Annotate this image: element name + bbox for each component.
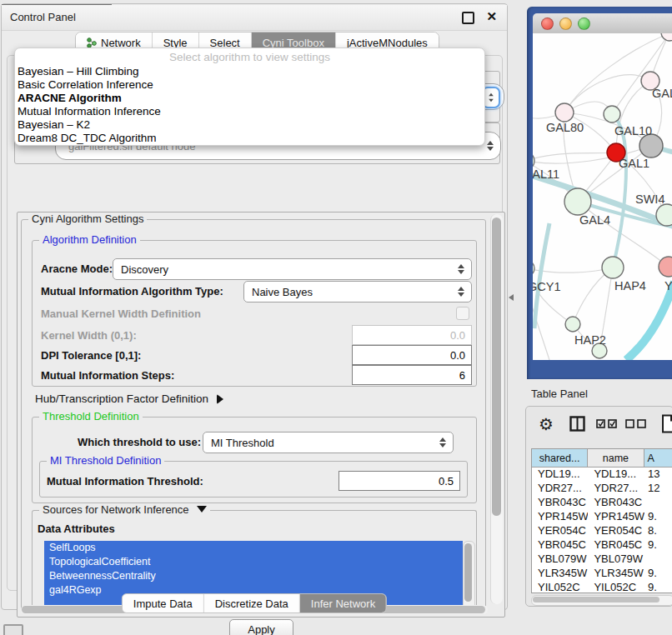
aracne-mode-combo[interactable]: Discovery [113,258,472,280]
control-panel-title: Control Panel [10,11,76,23]
table-row[interactable]: YBR043C YBR043C [532,496,672,510]
tab-impute-data[interactable]: Impute Data [123,594,204,612]
node-partial-top[interactable] [661,33,672,41]
node-gcy1[interactable] [533,260,534,277]
cell: YDR27... [588,482,644,496]
algorithm-dropdown-popup: Select algorithm to view settings Bayesi… [14,48,485,146]
node-label: GAL [652,87,672,100]
algorithm-option[interactable]: Dream8 DC_TDC Algorithm [18,132,157,144]
cyni-algorithm-settings-group: Cyni Algorithm Settings Algorithm Defini… [21,219,486,611]
threshold-definition-title: Threshold Definition [39,410,143,422]
combo-stepper[interactable] [436,438,449,448]
cell: YBL079W [532,552,588,567]
node-label: GAL11 [533,168,559,181]
float-window-icon[interactable] [462,12,474,24]
list-item-selected[interactable]: SelfLoops [44,541,463,555]
node-label: GAL1 [619,157,649,170]
column-header-shared-name[interactable]: shared... [532,449,588,468]
zoom-traffic-light-icon[interactable] [578,18,590,30]
data-attributes-label: Data Attributes [38,522,115,535]
kernel-width-value: 0.0 [450,329,465,342]
apply-button-label: Apply [248,623,275,635]
combo-stepper[interactable] [484,141,497,151]
algorithm-option-selected[interactable]: ARACNE Algorithm [18,92,122,104]
combo-stepper[interactable] [454,287,468,297]
table-row[interactable]: YER054C YER054C 8. [532,524,672,538]
mi-threshold-definition-title: MI Threshold Definition [47,454,164,467]
algorithm-option[interactable]: Bayesian – K2 [18,118,90,131]
close-traffic-light-icon[interactable] [541,18,554,30]
node-y-salmon[interactable] [659,257,672,277]
table-row[interactable]: YPR145W YPR145W 9. [532,510,672,524]
hub-factor-expander[interactable]: Hub/Transcription Factor Definition [35,392,223,405]
tab-discretize-data[interactable]: Discretize Data [204,594,300,612]
which-threshold-combo[interactable]: MI Threshold [203,432,454,453]
cell: 9. [644,510,672,524]
cell: 9. [644,538,672,552]
gear-icon[interactable]: ⚙ [539,414,554,434]
close-icon[interactable]: ✕ [486,9,497,24]
node-gray[interactable] [639,134,663,158]
combo-stepper[interactable] [454,264,468,274]
kernel-width-field[interactable]: 0.0 [352,325,472,345]
mi-algorithm-type-combo[interactable]: Naive Bayes [243,281,472,302]
deselect-all-checkboxes-icon[interactable] [625,419,647,428]
mi-steps-field[interactable]: 6 [352,365,472,385]
tab-infer-network[interactable]: Infer Network [300,594,386,612]
tab-label: Infer Network [311,598,375,610]
table-horizontal-scrollbar[interactable] [531,595,672,606]
scrollbar-thumb[interactable] [533,597,659,602]
minimize-traffic-light-icon[interactable] [559,18,572,30]
settings-scrollpane: Cyni Algorithm Settings Algorithm Defini… [17,212,505,618]
cell: YDL19... [532,468,588,482]
table-row[interactable]: YBR045C YBR045C 9. [532,538,672,552]
algorithm-option[interactable]: Basic Correlation Inference [18,78,153,91]
table-row[interactable]: YBL079W YBL079W [532,552,672,567]
table-row[interactable]: YDL19... YDL19... 13 [532,468,672,482]
cell: YDR27... [532,482,588,496]
cell [644,552,672,567]
node-gal4[interactable] [564,188,591,215]
table-row[interactable]: YLR345W YLR345W 9. [532,567,672,581]
dpi-tolerance-field[interactable]: 0.0 [352,345,472,365]
sources-title-text: Sources for Network Inference [43,503,189,516]
attributes-list-scrollbar[interactable] [463,541,475,612]
network-window-titlebar[interactable] [533,13,672,34]
network-view-window: GAL80 GAL10 GAL1 GAL11 GAL4 SWI4 GCY1 HA… [527,7,672,379]
apply-button[interactable]: Apply [229,619,293,635]
table-panel-toolbar: ⚙ [526,407,672,443]
collapsed-panel-icon[interactable] [3,624,23,635]
node-hap2[interactable] [565,317,580,332]
algorithm-option[interactable]: Bayesian – Hill Climbing [18,65,139,78]
scrollbar-thumb[interactable] [492,218,501,516]
list-item-selected[interactable]: BetweennessCentrality [44,569,463,583]
panel-splitter-grip[interactable] [509,294,514,301]
expander-expanded-icon[interactable] [197,506,207,512]
node-hap4[interactable] [602,257,624,278]
node-attribute-table[interactable]: shared... name A YDL19... YDL19... 13 YD… [531,448,672,593]
table-row[interactable]: YDR27... YDR27... 12 [532,482,672,496]
which-threshold-value: MI Threshold [211,437,274,449]
sources-group-title: Sources for Network Inference [39,503,210,516]
list-item-selected[interactable]: TopologicalCoefficient [44,555,463,569]
table-row[interactable]: YIL052C YIL052C 9. [532,581,672,593]
node-gal10[interactable] [604,106,620,122]
column-header-name[interactable]: name [588,449,644,468]
column-header-partial[interactable]: A [644,449,672,468]
mi-threshold-value: 0.5 [439,475,454,488]
mi-threshold-field[interactable]: 0.5 [339,471,460,491]
cell [644,496,672,510]
edge-cyan-thick [626,282,672,360]
file-icon[interactable] [661,414,672,433]
select-all-checkboxes-icon[interactable] [596,419,618,428]
split-columns-icon[interactable] [569,416,585,432]
node-gal80[interactable] [555,103,574,122]
manual-kernel-width-checkbox[interactable] [456,307,469,320]
algorithm-prompt: Select algorithm to view settings [15,51,484,63]
settings-vertical-scrollbar[interactable] [490,214,503,604]
network-canvas[interactable]: GAL80 GAL10 GAL1 GAL11 GAL4 SWI4 GCY1 HA… [533,33,672,360]
aracne-mode-value: Discovery [121,263,168,276]
node-swi4[interactable] [656,204,672,226]
algorithm-option[interactable]: Mutual Information Inference [18,105,161,118]
table-panel-window: ⚙ shared... name [525,406,672,607]
